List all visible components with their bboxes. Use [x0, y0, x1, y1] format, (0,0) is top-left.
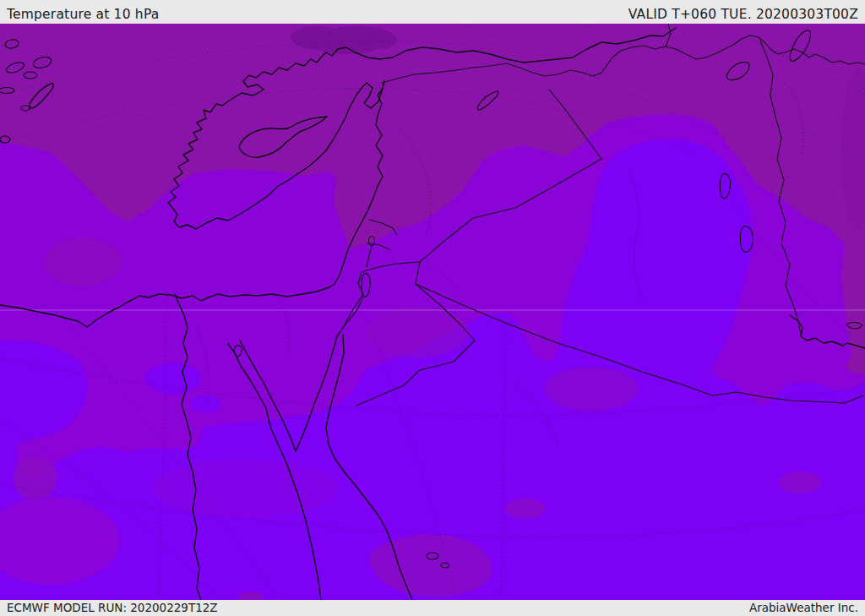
temp-patch-south-subtle — [152, 460, 338, 517]
temp-patch-small-1 — [505, 499, 546, 519]
temp-bright-lobe-med1 — [145, 363, 201, 395]
temp-patch-saudi-nw — [545, 367, 638, 411]
header-bar: Temperature at 10 hPa VALID T+060 TUE. 2… — [0, 0, 865, 24]
temp-patch-med-west — [44, 237, 122, 286]
footer-bar: ECMWF MODEL RUN: 20200229T12Z ArabiaWeat… — [0, 600, 865, 616]
map-canvas — [0, 24, 865, 600]
model-run-label: ECMWF MODEL RUN: 20200229T12Z — [7, 602, 218, 614]
temp-patch-small-2 — [779, 472, 821, 493]
temp-patch-sinai-north — [367, 307, 469, 357]
weather-map-window: Temperature at 10 hPa VALID T+060 TUE. 2… — [0, 0, 865, 616]
valid-time-label: VALID T+060 TUE. 20200303T00Z — [628, 8, 858, 22]
temp-patch-left-lobe — [14, 456, 57, 500]
map-title: Temperature at 10 hPa — [7, 8, 159, 22]
temp-bright-lobe-med2 — [190, 395, 220, 413]
credit-label: ArabiaWeather Inc. — [749, 602, 858, 614]
temperature-map-svg — [0, 24, 865, 600]
